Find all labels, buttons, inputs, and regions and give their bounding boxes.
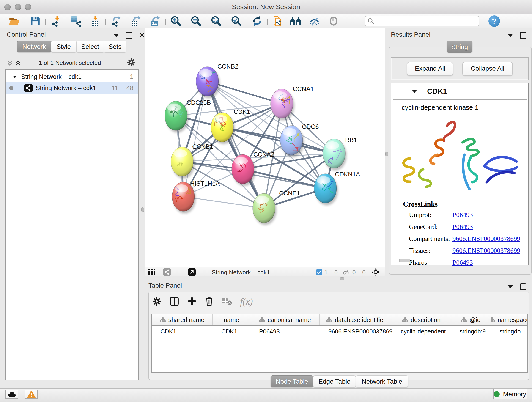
table-cell[interactable]: P06493: [250, 326, 320, 337]
results-panel-title: Results Panel: [391, 31, 431, 38]
network-badge-button[interactable]: [163, 268, 171, 276]
table-cell[interactable]: CDK1: [152, 326, 213, 337]
protein-card-header[interactable]: CDK1: [391, 83, 528, 99]
network-options-button[interactable]: [127, 58, 136, 67]
crosslink-link[interactable]: 9606.ENSP00000378699: [452, 247, 520, 254]
card-scrollbar-nub[interactable]: [399, 259, 410, 262]
birdseye-toggle-button[interactable]: [372, 268, 380, 276]
network-collection-row[interactable]: String Network – cdk1 1: [6, 71, 138, 82]
search-input[interactable]: [374, 17, 476, 25]
panel-float-icon[interactable]: [520, 32, 526, 39]
expand-all-networks-button[interactable]: [15, 60, 21, 67]
network-view-title: String Network – cdk1: [212, 269, 270, 276]
hierarchy-icon: [491, 317, 495, 322]
collapse-all-button[interactable]: Collapse All: [462, 62, 513, 76]
zoom-out-button[interactable]: [190, 15, 203, 27]
tab-network-table[interactable]: Network Table: [356, 375, 408, 387]
panel-menu-icon[interactable]: [507, 34, 513, 37]
show-columns-button[interactable]: [170, 297, 179, 306]
hide-selected-button[interactable]: [308, 15, 321, 27]
zoom-selected-button[interactable]: [230, 15, 243, 27]
table-row[interactable]: CDK1CDK1P064939606.ENSP00000378699cyclin…: [152, 326, 527, 337]
node-label-HIST1H1A: HIST1H1A: [190, 180, 220, 187]
toolbar-separator: [267, 16, 268, 26]
export-image-button[interactable]: [149, 15, 162, 27]
bottom-splitter-handle[interactable]: [340, 277, 344, 280]
tab-network[interactable]: Network: [17, 41, 51, 52]
node-label-CCNE1: CCNE1: [279, 190, 300, 197]
function-builder-button[interactable]: f(x): [240, 296, 253, 307]
collapse-triangle-icon[interactable]: [12, 75, 17, 79]
application-window: Session: New Session: [0, 0, 532, 402]
first-neighbors-button[interactable]: [289, 15, 302, 27]
network-edge-CCNB2-HIST1H1A[interactable]: [183, 81, 207, 197]
delete-column-button[interactable]: [205, 296, 214, 306]
table-cell[interactable]: CDK1: [213, 326, 250, 337]
warnings-button[interactable]: [25, 390, 38, 399]
node-label-CDC6: CDC6: [302, 123, 319, 130]
title-bar: Session: New Session: [0, 0, 532, 14]
column-header-name[interactable]: name: [213, 314, 250, 325]
network-row-selected[interactable]: String Network – cdk1 11 48: [6, 82, 138, 94]
panel-menu-icon[interactable]: [114, 34, 119, 37]
column-header-description[interactable]: description: [392, 314, 451, 325]
expand-all-button[interactable]: Expand All: [407, 62, 453, 76]
tab-style[interactable]: Style: [51, 41, 76, 52]
panel-float-icon[interactable]: [126, 32, 132, 39]
column-header--id[interactable]: @id: [451, 314, 491, 325]
table-cell[interactable]: cyclin-dependent ...: [392, 326, 451, 337]
export-network-button[interactable]: [109, 15, 122, 27]
network-selection-status: 1 of 1 Network selected: [29, 59, 111, 66]
collapse-all-networks-button[interactable]: [7, 60, 13, 67]
network-graph[interactable]: CCNB2CCNA1CDC25BCDK1CDC6RB1CCNB1CCNA2CDK…: [145, 28, 385, 267]
tab-node-table[interactable]: Node Table: [271, 375, 313, 387]
hidden-eye-icon: [342, 269, 350, 275]
tab-edge-table[interactable]: Edge Table: [313, 375, 356, 387]
crosslink-link[interactable]: 9606.ENSP00000378699: [452, 235, 520, 242]
network-canvas[interactable]: CCNB2CCNA1CDC25BCDK1CDC6RB1CCNB1CCNA2CDK…: [145, 28, 385, 267]
panel-close-icon[interactable]: ✕: [139, 32, 145, 38]
import-network-file-button[interactable]: [50, 15, 62, 27]
column-header-database-identifier[interactable]: database identifier: [320, 314, 392, 325]
panel-menu-icon[interactable]: [507, 285, 513, 288]
network-edge-CCNB2-CCNE1[interactable]: [207, 81, 264, 208]
delete-table-button[interactable]: [222, 298, 232, 305]
toolbar-search-field[interactable]: [365, 16, 479, 26]
help-button[interactable]: ?: [488, 15, 500, 27]
tab-select[interactable]: Select: [76, 41, 104, 52]
tab-string[interactable]: String: [447, 41, 472, 53]
save-session-button[interactable]: [29, 15, 42, 27]
import-database-icon: [70, 16, 81, 27]
left-splitter-handle[interactable]: [141, 207, 144, 212]
tab-sets[interactable]: Sets: [104, 41, 126, 52]
detach-view-button[interactable]: [188, 268, 196, 276]
table-settings-button[interactable]: [152, 297, 161, 306]
collapse-triangle-icon[interactable]: [412, 89, 418, 94]
open-session-button[interactable]: [8, 15, 21, 27]
import-network-database-button[interactable]: [69, 15, 82, 27]
table-cell[interactable]: stringdb: [491, 326, 528, 337]
cloud-status-button[interactable]: [5, 390, 18, 399]
table-cell[interactable]: 9606.ENSP00000378699: [320, 326, 392, 337]
copy-network-button[interactable]: [271, 15, 284, 27]
panel-float-icon[interactable]: [520, 283, 526, 290]
import-table-button[interactable]: [89, 15, 102, 27]
crosslink-link[interactable]: P06493: [452, 223, 473, 230]
zoom-selected-icon: [231, 16, 242, 27]
show-all-button[interactable]: [327, 15, 340, 27]
column-header-canonical-name[interactable]: canonical name: [250, 314, 320, 325]
column-header-namespace[interactable]: namespace: [491, 314, 528, 325]
table-cell[interactable]: stringdb:9...: [451, 326, 491, 337]
grid-view-button[interactable]: [148, 269, 155, 275]
memory-button[interactable]: Memory: [493, 389, 527, 400]
create-column-button[interactable]: [187, 297, 196, 306]
export-table-button[interactable]: [129, 15, 142, 27]
zoom-in-button[interactable]: [170, 15, 182, 27]
export-image-icon: [150, 16, 161, 27]
apply-layout-button[interactable]: [251, 15, 264, 27]
crosslink-link[interactable]: P06493: [452, 259, 473, 266]
zoom-fit-button[interactable]: [210, 15, 223, 27]
toolbar-separator: [181, 268, 181, 275]
column-header-shared-name[interactable]: shared name: [152, 314, 213, 325]
crosslink-link[interactable]: P06493: [452, 211, 473, 219]
